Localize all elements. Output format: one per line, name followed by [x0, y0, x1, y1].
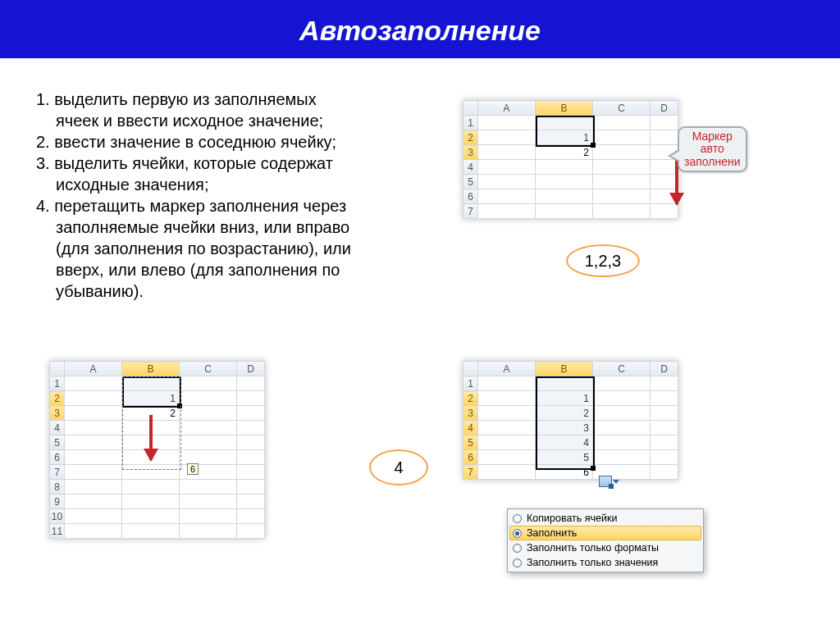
col-C[interactable]: C	[593, 362, 651, 376]
arrow-down-icon	[149, 415, 153, 460]
step-1: 1. выделить первую из заполняемых	[36, 90, 317, 108]
row-5[interactable]: 5	[50, 435, 65, 450]
slide-title: Автозаполнение	[0, 0, 840, 58]
row-2[interactable]: 2	[463, 391, 478, 406]
step-2: 2. ввести значение в соседнюю ячейку;	[36, 133, 336, 151]
step-1b: ячеек и ввести исходное значение;	[36, 110, 397, 131]
radio-icon	[513, 558, 522, 567]
row-7[interactable]: 7	[50, 465, 65, 480]
row-9[interactable]: 9	[50, 495, 65, 509]
row-4[interactable]: 4	[463, 160, 478, 175]
step-4c: (для заполнения по возрастанию), или	[36, 238, 397, 259]
menu-item-fill-values[interactable]: Заполнить только значения	[509, 555, 701, 570]
menu-item-copy-cells[interactable]: Копировать ячейки	[509, 511, 701, 526]
row-3[interactable]: 3	[50, 406, 65, 421]
autofill-options-menu: Копировать ячейки Заполнить Заполнить то…	[507, 508, 704, 572]
cell-B4[interactable]: 3	[536, 421, 593, 435]
row-1[interactable]: 1	[463, 376, 478, 391]
row-10[interactable]: 10	[50, 509, 65, 524]
col-B[interactable]: B	[122, 362, 180, 376]
step-4e: убыванию).	[36, 280, 397, 302]
autofill-icon	[599, 476, 612, 487]
cell-B3[interactable]: 2	[536, 406, 593, 421]
row-7[interactable]: 7	[463, 204, 478, 219]
row-1[interactable]: 1	[50, 376, 65, 391]
row-1[interactable]: 1	[463, 116, 478, 130]
cell-B2[interactable]: 1	[536, 130, 593, 145]
select-all-corner[interactable]	[463, 101, 478, 116]
row-2[interactable]: 2	[463, 130, 478, 145]
label-oval-4: 4	[369, 449, 428, 485]
row-5[interactable]: 5	[463, 175, 478, 189]
col-B[interactable]: B	[536, 362, 593, 376]
col-A[interactable]: A	[478, 362, 536, 376]
row-6[interactable]: 6	[50, 450, 65, 465]
row-11[interactable]: 11	[50, 524, 65, 539]
col-A[interactable]: A	[65, 362, 122, 376]
row-7[interactable]: 7	[463, 465, 478, 480]
select-all-corner[interactable]	[50, 362, 65, 376]
radio-icon	[513, 514, 522, 523]
spreadsheet-2: A B C D 1 21 32 4 5 6 7 8 9 10 11 6	[49, 361, 265, 542]
menu-item-fill-formats[interactable]: Заполнить только форматы	[509, 540, 701, 555]
col-B[interactable]: B	[536, 101, 593, 116]
cell-B7[interactable]: 6	[536, 465, 593, 480]
autofill-options-button[interactable]	[599, 476, 614, 489]
row-3[interactable]: 3	[463, 145, 478, 160]
callout-fill-marker: Маркер авто заполнени	[678, 126, 747, 172]
step-4b: заполняемые ячейки вниз, или вправо	[36, 217, 397, 238]
radio-icon	[513, 529, 522, 538]
col-D[interactable]: D	[651, 362, 678, 376]
cell-B5[interactable]: 4	[536, 435, 593, 450]
row-5[interactable]: 5	[463, 435, 478, 450]
col-D[interactable]: D	[237, 362, 265, 376]
step-3: 3. выделить ячейки, которые содержат	[36, 154, 333, 172]
row-8[interactable]: 8	[50, 480, 65, 495]
cell-B2[interactable]: 1	[536, 391, 593, 406]
instruction-list: 1. выделить первую из заполняемых ячеек …	[36, 89, 397, 302]
row-6[interactable]: 6	[463, 450, 478, 465]
select-all-corner[interactable]	[463, 362, 478, 376]
col-D[interactable]: D	[651, 101, 678, 116]
row-6[interactable]: 6	[463, 189, 478, 204]
col-C[interactable]: C	[180, 362, 237, 376]
cell-B6[interactable]: 5	[536, 450, 593, 465]
step-4d: вверх, или влево (для заполнения по	[36, 259, 397, 280]
col-C[interactable]: C	[593, 101, 651, 116]
row-2[interactable]: 2	[50, 391, 65, 406]
drag-tooltip: 6	[187, 463, 199, 475]
row-4[interactable]: 4	[50, 421, 65, 435]
spreadsheet-1: A B C D 1 21 32 4 5 6 7	[463, 100, 678, 222]
col-A[interactable]: A	[478, 101, 536, 116]
menu-item-fill-series[interactable]: Заполнить	[509, 526, 701, 540]
label-oval-123: 1,2,3	[566, 244, 640, 277]
cell-B2[interactable]: 1	[122, 391, 180, 406]
step-3b: исходные значения;	[36, 174, 397, 195]
radio-icon	[513, 544, 522, 553]
step-4: 4. перетащить маркер заполнения через	[36, 197, 346, 215]
row-3[interactable]: 3	[463, 406, 478, 421]
spreadsheet-3: A B C D 1 21 32 43 54 65 76	[463, 361, 678, 483]
cell-B3[interactable]: 2	[536, 145, 593, 160]
row-4[interactable]: 4	[463, 421, 478, 435]
